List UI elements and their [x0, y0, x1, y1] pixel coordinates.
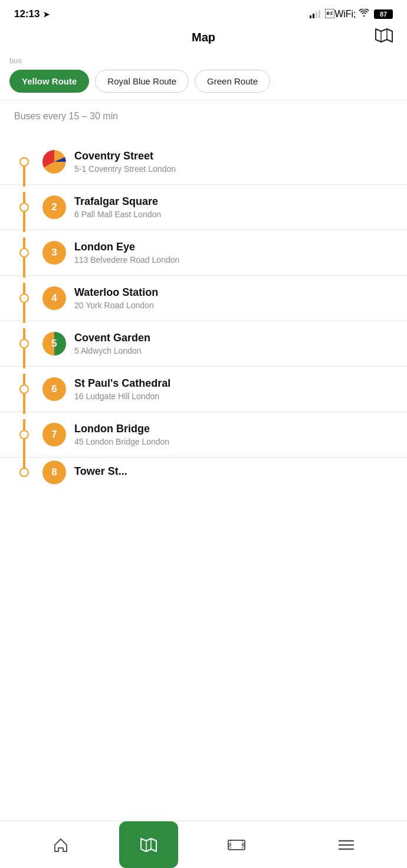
list-item[interactable]: 5 Covent Garden 5 Aldwych London [0, 321, 407, 367]
stop-info: Coventry Street 5-1 Coventry Street Lond… [74, 150, 393, 174]
stop-info: Trafalgar Square 6 Pall Mall East London [74, 195, 393, 219]
stop-name: Waterloo Station [74, 286, 393, 299]
nav-home[interactable] [6, 821, 116, 868]
tab-yellow-route[interactable]: Yellow Route [9, 70, 89, 93]
list-item[interactable]: 7 London Bridge 45 London Bridge London [0, 412, 407, 458]
route-tabs-scroll: Yellow Route Royal Blue Route Green Rout… [0, 67, 407, 95]
stop-number-badge [42, 150, 66, 174]
tab-royal-blue-route[interactable]: Royal Blue Route [95, 70, 189, 93]
stop-info: London Eye 113 Belvedere Road London [74, 241, 393, 265]
stop-number-badge: 7 [42, 423, 66, 446]
stop-address: 20 York Road London [74, 301, 393, 310]
frequency-text: Buses every 15 – 30 min [0, 100, 407, 139]
stop-line-col [9, 430, 39, 439]
stop-number-badge: 2 [42, 195, 66, 219]
bus-label: bus [0, 56, 407, 67]
stop-address: 45 London Bridge London [74, 437, 393, 446]
stop-line-segment [23, 212, 25, 232]
stop-address: 113 Belvedere Road London [74, 255, 393, 265]
stop-name: London Bridge [74, 423, 393, 435]
stop-line-segment-top [23, 192, 25, 203]
stop-info: London Bridge 45 London Bridge London [74, 423, 393, 446]
stop-address: 5-1 Coventry Street London [74, 164, 393, 174]
stop-address: 5 Aldwych London [74, 346, 393, 355]
wifi-icon: WiFi; [325, 9, 369, 19]
nav-menu[interactable] [291, 821, 401, 868]
stop-info: Tower St... [74, 465, 393, 479]
stop-line-segment [23, 167, 25, 187]
stop-line-col [9, 293, 39, 303]
status-icons: WiFi; 87 [310, 9, 393, 19]
stop-line-col [9, 384, 39, 394]
ticket-icon [228, 838, 245, 851]
stop-name: St Paul's Cathedral [74, 377, 393, 390]
stop-circle [19, 384, 29, 394]
stop-line-segment-top [23, 237, 25, 248]
svg-marker-0 [376, 29, 392, 42]
map-outline-icon[interactable] [375, 28, 393, 47]
route-tabs-container: bus Yellow Route Royal Blue Route Green … [0, 51, 407, 100]
stop-list: Coventry Street 5-1 Coventry Street Lond… [0, 139, 407, 534]
page-title: Map [192, 31, 215, 44]
stop-line-col [9, 157, 39, 167]
stop-line-segment [23, 394, 25, 414]
stop-info: Covent Garden 5 Aldwych London [74, 332, 393, 355]
map-icon [140, 837, 157, 853]
stop-name: Tower St... [74, 465, 393, 478]
home-icon [52, 837, 69, 853]
stop-line-segment [23, 257, 25, 278]
stop-circle [19, 248, 29, 257]
stop-line-col [9, 203, 39, 212]
stop-line-segment-top [23, 283, 25, 293]
stop-circle [19, 468, 29, 477]
stop-circle [19, 157, 29, 167]
list-item[interactable]: 6 St Paul's Cathedral 16 Ludgate Hill Lo… [0, 367, 407, 412]
stop-name: Trafalgar Square [74, 195, 393, 208]
status-bar: 12:13 ➤ WiFi; 87 [0, 0, 407, 25]
bottom-nav [0, 821, 407, 868]
stop-line-segment [23, 439, 25, 459]
stop-number-badge: 5 [42, 332, 66, 355]
stop-number-badge: 4 [42, 286, 66, 310]
nav-map[interactable] [119, 821, 178, 868]
stop-number-badge: 8 [42, 461, 66, 484]
stop-circle [19, 203, 29, 212]
stop-line-segment-top [23, 374, 25, 384]
signal-icon [310, 10, 320, 18]
stop-name: Covent Garden [74, 332, 393, 344]
stop-line-col [9, 248, 39, 257]
stop-line-segment [23, 303, 25, 323]
stop-line-segment-top [23, 328, 25, 339]
list-item[interactable]: 2 Trafalgar Square 6 Pall Mall East Lond… [0, 185, 407, 230]
stop-info: St Paul's Cathedral 16 Ludgate Hill Lond… [74, 377, 393, 401]
list-item[interactable]: Coventry Street 5-1 Coventry Street Lond… [0, 139, 407, 185]
stop-circle [19, 293, 29, 303]
stop-line-segment-top [23, 419, 25, 430]
stop-circle [19, 339, 29, 348]
list-item[interactable]: 3 London Eye 113 Belvedere Road London [0, 230, 407, 276]
svg-marker-4 [141, 838, 156, 851]
stop-circle [19, 430, 29, 439]
header: Map [0, 25, 407, 51]
stop-info: Waterloo Station 20 York Road London [74, 286, 393, 310]
battery-icon: 87 [374, 9, 393, 19]
stop-address: 16 Ludgate Hill London [74, 391, 393, 401]
list-item-partial: 8 Tower St... [0, 458, 407, 487]
tab-green-route[interactable]: Green Route [195, 70, 270, 93]
stop-name: London Eye [74, 241, 393, 253]
nav-ticket[interactable] [182, 821, 291, 868]
stop-number-badge: 6 [42, 377, 66, 401]
status-time: 12:13 ➤ [14, 8, 50, 20]
stop-address: 6 Pall Mall East London [74, 210, 393, 219]
stop-line-col [9, 339, 39, 348]
stop-line-col [9, 468, 39, 477]
stop-name: Coventry Street [74, 150, 393, 162]
menu-icon [338, 838, 355, 851]
stop-line-segment [23, 348, 25, 368]
list-item[interactable]: 4 Waterloo Station 20 York Road London [0, 276, 407, 321]
stop-number-badge: 3 [42, 241, 66, 265]
